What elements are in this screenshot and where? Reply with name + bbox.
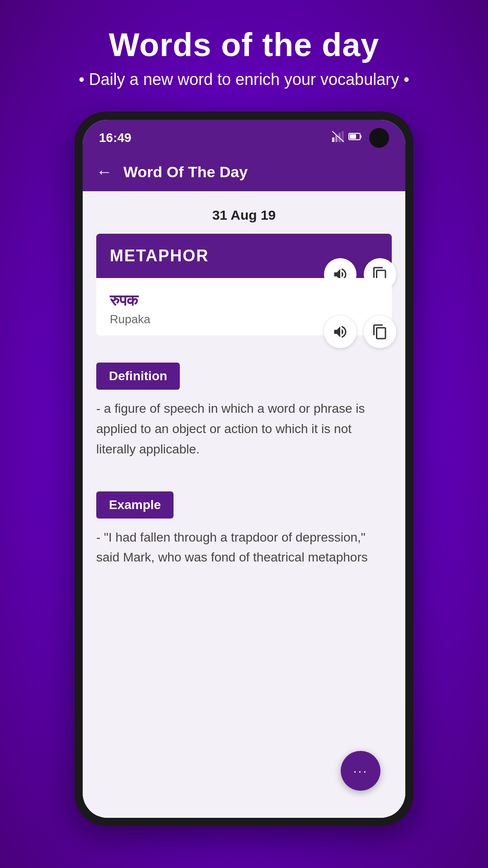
word-hindi: रुपक [110, 292, 378, 310]
back-button[interactable]: ← [96, 162, 113, 181]
copy-icon-hindi [372, 324, 388, 340]
definition-label: Definition [96, 363, 180, 390]
page-title: Words of the day [0, 27, 488, 63]
date-text: 31 Aug 19 [212, 208, 276, 222]
svg-rect-0 [332, 137, 334, 142]
page-subtitle: • Daily a new word to enrich your vocabu… [0, 70, 488, 89]
camera-notch [369, 128, 389, 148]
date-section: 31 Aug 19 [83, 191, 405, 234]
app-bar-title: Word Of The Day [123, 163, 248, 181]
definition-text: - a figure of speech in which a word or … [83, 399, 405, 459]
phone-screen: 16:49 [83, 120, 405, 818]
example-label-container: Example [83, 464, 405, 528]
sound-icon-hindi [332, 324, 348, 340]
svg-rect-7 [360, 135, 361, 138]
status-time: 16:49 [99, 131, 131, 145]
fab-button[interactable]: ··· [341, 751, 380, 791]
sound-button-hindi[interactable] [324, 316, 357, 348]
copy-button-hindi[interactable] [364, 316, 396, 348]
phone-frame: 16:49 [75, 112, 413, 826]
status-icons [332, 128, 389, 148]
example-text: - "I had fallen through a trapdoor of de… [83, 528, 405, 568]
content-area: 31 Aug 19 METAPHOR [83, 191, 405, 818]
word-actions-bottom [324, 316, 396, 348]
svg-rect-6 [350, 134, 356, 139]
page-header: Words of the day • Daily a new word to e… [0, 0, 488, 103]
example-label: Example [96, 491, 174, 519]
word-card: METAPHOR [96, 234, 392, 335]
battery-icon [348, 132, 362, 144]
app-bar: ← Word Of The Day [83, 152, 405, 191]
signal-icon [332, 131, 345, 145]
fab-dots: ··· [353, 763, 368, 778]
status-bar: 16:49 [83, 120, 405, 152]
word-header: METAPHOR [96, 234, 392, 278]
word-translation: रुपक Rupaka [96, 278, 392, 335]
word-english: METAPHOR [110, 246, 209, 265]
